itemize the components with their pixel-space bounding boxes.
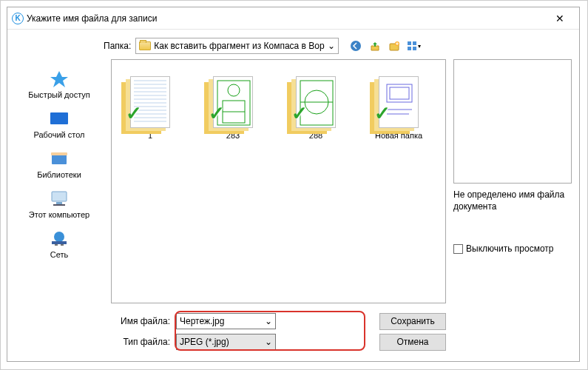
list-item[interactable]: ✓ 283 [200,69,266,140]
svg-rect-16 [55,244,58,246]
app-icon: K [12,13,24,24]
svg-point-14 [54,232,64,242]
list-item-label: Новая папка [375,131,422,140]
chevron-down-icon: ⌄ [328,41,335,51]
check-overlay-icon: ✓ [374,102,391,125]
network-icon [49,229,70,247]
svg-point-0 [351,41,361,51]
disable-preview-checkbox[interactable] [453,244,463,254]
folder-thumbnail: ✓ [288,69,343,128]
filename-value: Чертеж.jpg [180,316,265,326]
filetype-value: JPEG (*.jpg) [180,337,265,347]
svg-rect-13 [53,204,65,206]
list-item-label: 283 [226,131,240,140]
file-list[interactable]: ✓ 1 ✓ 283 ✓ [111,59,446,303]
sidebar-item-this-pc[interactable]: Этот компьютер [15,185,104,223]
folder-label: Папка: [15,41,131,51]
disable-preview-label: Выключить просмотр [466,243,553,254]
filename-label: Имя файла: [111,316,170,326]
list-item[interactable]: ✓ 288 [283,69,348,140]
folder-dropdown[interactable]: Как вставить фрагмент из Компаса в Вор ⌄ [135,38,338,54]
sidebar-item-label: Библиотеки [37,170,81,179]
check-overlay-icon: ✓ [291,102,308,125]
sidebar-item-libraries[interactable]: Библиотеки [15,145,104,184]
chevron-down-icon: ⌄ [265,316,272,326]
folder-toolbar: ▾ [343,38,422,53]
svg-rect-4 [413,41,416,45]
list-item[interactable]: ✓ Новая папка [366,69,431,140]
svg-rect-12 [56,202,62,204]
check-overlay-icon: ✓ [126,102,142,125]
save-button[interactable]: Сохранить [379,313,446,330]
svg-rect-11 [52,192,67,201]
save-file-dialog: K Укажите имя файла для записи ✕ Папка: … [7,7,580,362]
libraries-icon [49,149,70,167]
view-menu-button[interactable]: ▾ [405,38,422,53]
svg-rect-9 [52,154,67,164]
sidebar-item-label: Рабочий стол [33,130,84,139]
svg-rect-8 [50,112,68,124]
list-item[interactable]: ✓ 1 [118,69,183,140]
preview-pane [453,59,572,184]
svg-rect-17 [61,244,64,246]
sidebar-item-quick-access[interactable]: Быстрый доступ [15,65,104,104]
svg-point-19 [228,84,240,96]
view-grid-icon [406,40,418,52]
folder-thumbnail: ✓ [123,69,178,128]
filetype-label: Тип файла: [111,337,170,347]
close-button[interactable]: ✕ [545,13,575,24]
folder-current: Как вставить фрагмент из Компаса в Вор [154,41,324,51]
window-title: Укажите имя файла для записи [24,13,545,24]
quick-access-icon [49,70,70,87]
new-folder-button[interactable] [386,38,402,53]
folder-icon [139,41,151,50]
titlebar: K Укажите имя файла для записи ✕ [7,7,579,30]
list-item-label: 1 [148,131,152,140]
computer-icon [49,189,70,207]
filetype-dropdown[interactable]: JPEG (*.jpg) ⌄ [176,334,276,350]
folder-thumbnail: ✓ [371,69,426,128]
back-icon [350,40,362,52]
folder-thumbnail: ✓ [206,69,260,128]
svg-rect-10 [51,152,67,155]
up-icon [369,40,381,52]
chevron-down-icon: ⌄ [265,337,272,347]
svg-marker-7 [50,71,68,87]
filename-input[interactable]: Чертеж.jpg ⌄ [176,313,276,329]
back-button[interactable] [348,38,364,53]
svg-rect-5 [408,47,411,50]
list-item-label: 288 [309,131,322,140]
menu-caret-icon: ▾ [418,43,421,50]
svg-rect-3 [408,41,411,45]
up-button[interactable] [367,38,383,53]
sidebar-item-desktop[interactable]: Рабочий стол [15,105,104,144]
svg-rect-6 [413,47,416,50]
sidebar-item-network[interactable]: Сеть [15,225,104,263]
svg-rect-26 [390,87,409,99]
places-sidebar: Быстрый доступ Рабочий стол Библиотеки Э… [15,59,104,352]
check-overlay-icon: ✓ [209,102,225,125]
desktop-icon [49,110,70,127]
svg-rect-15 [52,241,67,244]
sidebar-item-label: Сеть [50,250,68,259]
sidebar-item-label: Быстрый доступ [28,90,90,99]
sidebar-item-label: Этот компьютер [29,210,89,219]
cancel-button[interactable]: Отмена [379,334,446,351]
preview-status: Не определено имя файла документа [453,188,572,214]
new-folder-icon [388,40,400,52]
